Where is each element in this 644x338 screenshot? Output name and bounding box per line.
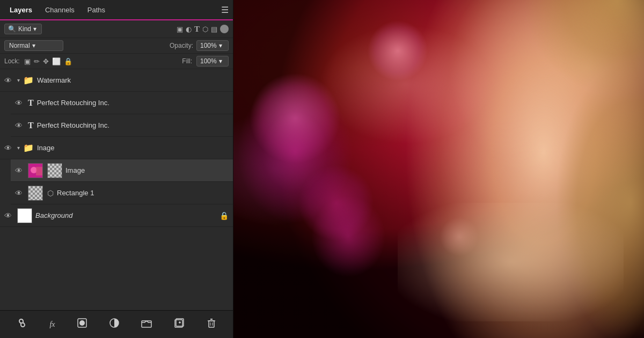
layer-thumb-image xyxy=(28,163,43,178)
new-group-button[interactable] xyxy=(138,315,155,333)
blend-mode-label: Normal xyxy=(9,42,30,49)
svg-rect-2 xyxy=(36,167,42,175)
bottom-toolbar: fx xyxy=(0,310,233,338)
filter-kind-label: Kind xyxy=(18,25,31,33)
eye-icon-background[interactable]: 👁 xyxy=(4,211,14,220)
eye-icon-watermark[interactable]: 👁 xyxy=(4,76,14,85)
layer-mask-thumb-image xyxy=(47,163,62,178)
layer-thumb-rect xyxy=(28,186,43,201)
shape-filter-icon[interactable]: ⬡ xyxy=(202,25,208,33)
type-filter-icon[interactable]: T xyxy=(194,25,200,34)
layer-name-image: Image xyxy=(65,166,229,174)
layer-image-group[interactable]: 👁 ▾ 📁 Inage xyxy=(0,137,233,159)
tab-layers[interactable]: Layers xyxy=(3,2,39,18)
blend-mode-dropdown[interactable]: Normal ▾ xyxy=(4,40,63,51)
lock-artboard-icon[interactable]: ⬜ xyxy=(52,57,61,65)
svg-point-5 xyxy=(79,320,85,326)
photo-area xyxy=(233,0,644,338)
fill-value-text: 100% xyxy=(200,57,217,65)
layer-image[interactable]: 👁 Image xyxy=(11,159,233,182)
new-layer-button[interactable] xyxy=(171,315,188,333)
smile-area xyxy=(398,203,624,321)
filter-kind-dropdown[interactable]: 🔍 Kind ▾ xyxy=(4,24,42,34)
lock-row: Lock: ▣ ✏ ✥ ⬜ 🔒 Fill: 100% ▾ xyxy=(0,54,233,69)
lock-all-icon[interactable]: 🔒 xyxy=(64,57,72,65)
adjustment-button[interactable] xyxy=(106,315,123,333)
lock-pixels-icon[interactable]: ✏ xyxy=(34,57,40,65)
background-lock-icon: 🔒 xyxy=(219,211,229,220)
filter-kind-arrow: ▾ xyxy=(33,25,36,33)
layer-watermark-group[interactable]: 👁 ▾ 📁 Watermark xyxy=(0,69,233,92)
expand-icon-image-group[interactable]: ▾ xyxy=(17,145,20,151)
layer-name-image-group: Inage xyxy=(37,144,229,152)
layer-rectangle[interactable]: 👁 ⬡ Rectangle 1 xyxy=(11,182,233,204)
panel-menu-icon[interactable]: ☰ xyxy=(221,5,229,15)
layer-name-background: Background xyxy=(35,211,216,219)
blend-row: Normal ▾ Opacity: 100% ▾ xyxy=(0,38,233,54)
lock-transparent-icon[interactable]: ▣ xyxy=(24,57,31,65)
search-icon: 🔍 xyxy=(8,25,16,33)
lock-label: Lock: xyxy=(4,57,20,65)
lock-icons: ▣ ✏ ✥ ⬜ 🔒 xyxy=(24,57,72,65)
eye-icon-text1[interactable]: 👁 xyxy=(15,99,25,107)
blend-mode-arrow: ▾ xyxy=(32,42,35,49)
layer-text-1[interactable]: 👁 T Perfect Retouching Inc. xyxy=(11,92,233,114)
layer-thumb-background xyxy=(17,208,32,223)
layer-name-text1: Perfect Retouching Inc. xyxy=(37,99,229,107)
mode-filter-icon[interactable] xyxy=(220,25,229,33)
eye-icon-image-group[interactable]: 👁 xyxy=(4,144,14,152)
adjustment-filter-icon[interactable]: ◐ xyxy=(186,25,192,33)
delete-layer-button[interactable] xyxy=(203,315,220,333)
expand-icon-watermark[interactable]: ▾ xyxy=(17,77,20,83)
rect-icon: ⬡ xyxy=(47,189,54,197)
eye-icon-image[interactable]: 👁 xyxy=(15,166,25,175)
filter-row: 🔍 Kind ▾ ▣ ◐ T ⬡ ▤ xyxy=(0,20,233,38)
opacity-value-text: 100% xyxy=(200,42,217,49)
link-layers-button[interactable] xyxy=(13,316,31,333)
fill-label: Fill: xyxy=(182,57,192,65)
lock-position-icon[interactable]: ✥ xyxy=(43,57,49,65)
svg-rect-7 xyxy=(142,321,151,327)
type-icon-text2: T xyxy=(28,121,34,130)
layer-name-rectangle: Rectangle 1 xyxy=(57,189,229,197)
folder-icon-image-group: 📁 xyxy=(23,143,34,153)
pixel-filter-icon[interactable]: ▣ xyxy=(177,25,183,33)
tab-bar: Layers Channels Paths ☰ xyxy=(0,0,233,20)
eye-icon-rectangle[interactable]: 👁 xyxy=(15,189,25,197)
layer-name-watermark: Watermark xyxy=(37,76,229,84)
eye-icon-text2[interactable]: 👁 xyxy=(15,121,25,130)
fx-button[interactable]: fx xyxy=(46,318,58,331)
fill-input[interactable]: 100% ▾ xyxy=(196,56,229,67)
smartobj-filter-icon[interactable]: ▤ xyxy=(211,25,217,33)
layer-name-text2: Perfect Retouching Inc. xyxy=(37,121,229,129)
opacity-label: Opacity: xyxy=(170,42,193,49)
opacity-input[interactable]: 100% ▾ xyxy=(196,40,229,51)
fill-arrow: ▾ xyxy=(219,57,222,65)
svg-rect-12 xyxy=(209,321,214,327)
layers-list: 👁 ▾ 📁 Watermark 👁 T Perfect Retouching I… xyxy=(0,69,233,310)
layers-panel: Layers Channels Paths ☰ 🔍 Kind ▾ ▣ ◐ T ⬡… xyxy=(0,0,233,338)
opacity-arrow: ▾ xyxy=(219,42,222,49)
add-mask-button[interactable] xyxy=(74,315,91,333)
tab-channels[interactable]: Channels xyxy=(39,2,81,18)
layer-background[interactable]: 👁 Background 🔒 xyxy=(0,204,233,227)
tab-paths[interactable]: Paths xyxy=(81,2,112,18)
type-icon-text1: T xyxy=(28,98,34,108)
folder-icon-watermark: 📁 xyxy=(23,75,34,85)
filter-icons: ▣ ◐ T ⬡ ▤ xyxy=(177,25,229,34)
layer-text-2[interactable]: 👁 T Perfect Retouching Inc. xyxy=(11,114,233,137)
